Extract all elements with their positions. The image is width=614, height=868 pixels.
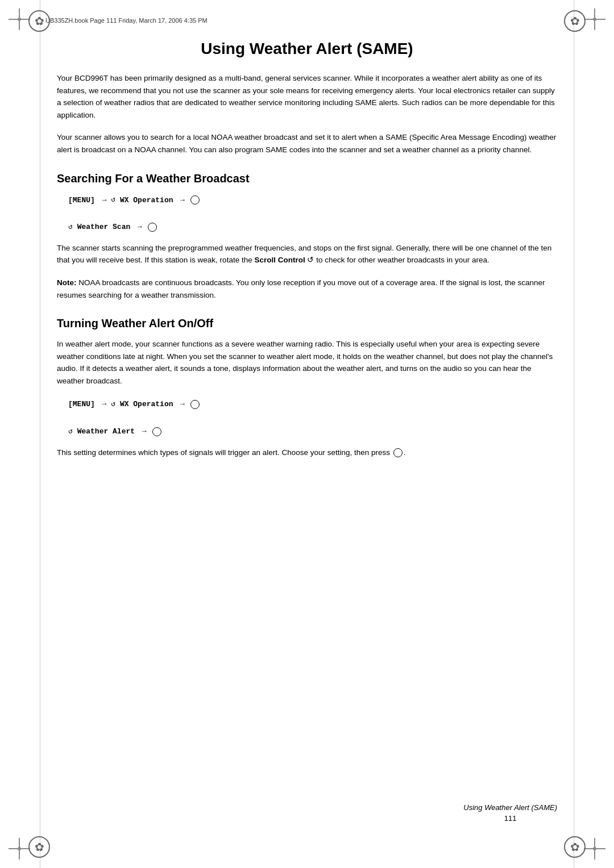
gear-br-icon: ✿: [564, 836, 586, 858]
menu-line-3: [MENU] → ↺ WX Operation →: [68, 397, 557, 411]
corner-br: [584, 838, 605, 859]
right-border: [574, 0, 574, 868]
section-heading-searching: Searching For a Weather Broadcast: [57, 172, 557, 185]
file-info: UB335ZH.book Page 111 Friday, March 17, …: [45, 17, 208, 24]
footer-title: Using Weather Alert (SAME): [463, 803, 557, 812]
section-heading-turning: Turning Weather Alert On/Off: [57, 317, 557, 330]
circle-button-1: [190, 195, 200, 205]
menu-line-4: ↺ Weather Alert →: [68, 424, 557, 438]
menu-instructions-1: [MENU] → ↺ WX Operation → ↺ Weather Scan…: [68, 193, 557, 234]
circle-button-4: [152, 427, 161, 436]
page-title: Using Weather Alert (SAME): [57, 40, 557, 58]
page-footer: Using Weather Alert (SAME) 111: [57, 803, 557, 823]
circle-button-3: [190, 400, 200, 409]
circle-br: ✿: [564, 836, 586, 858]
main-content: Using Weather Alert (SAME) Your BCD996T …: [0, 34, 614, 503]
page-container: ✿ ✿ ✿ ✿ UB335ZH.book Page 1: [0, 0, 614, 868]
searching-note: Note: NOAA broadcasts are continuous bro…: [57, 277, 557, 301]
menu-line-1: [MENU] → ↺ WX Operation →: [68, 193, 557, 207]
crosshair-br-icon: [584, 838, 605, 859]
page-header: UB335ZH.book Page 111 Friday, March 17, …: [0, 0, 614, 34]
gear-bl-icon: ✿: [28, 836, 50, 858]
circle-button-2: [148, 223, 157, 232]
corner-bl: [9, 838, 30, 859]
searching-paragraph-1: The scanner starts scanning the preprogr…: [57, 242, 557, 266]
footer-right: Using Weather Alert (SAME) 111: [463, 803, 557, 823]
turning-intro: In weather alert mode, your scanner func…: [57, 338, 557, 387]
circle-bl: ✿: [28, 836, 50, 858]
page-number: 111: [463, 814, 557, 823]
menu-instructions-2: [MENU] → ↺ WX Operation → ↺ Weather Aler…: [68, 397, 557, 438]
menu-line-2: ↺ Weather Scan →: [68, 220, 557, 233]
intro-paragraph-2: Your scanner allows you to search for a …: [57, 131, 557, 156]
left-border: [40, 0, 40, 868]
crosshair-bl-icon: [9, 838, 30, 859]
intro-paragraph-1: Your BCD996T has been primarily designed…: [57, 72, 557, 121]
turning-closing: This setting determines which types of s…: [57, 446, 557, 459]
circle-button-5: [393, 448, 403, 457]
